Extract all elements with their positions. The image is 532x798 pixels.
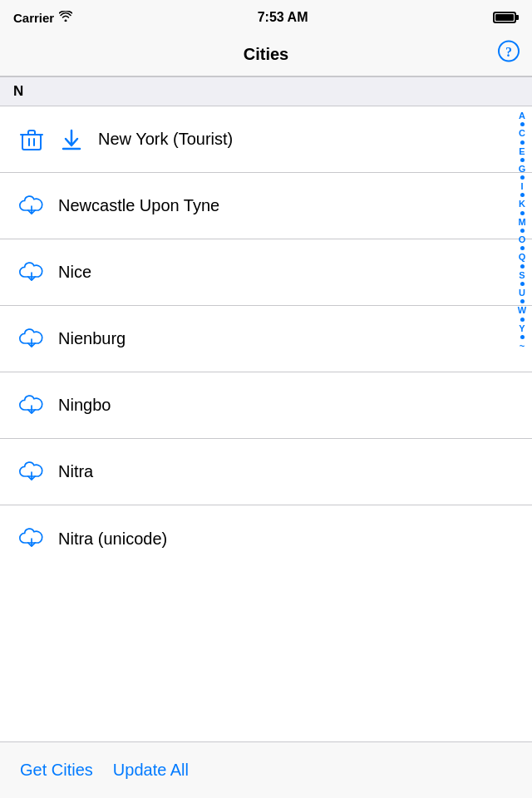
get-cities-button[interactable]: Get Cities xyxy=(20,761,93,780)
section-header-n: N xyxy=(0,76,532,106)
download-arrow-icon[interactable] xyxy=(53,127,90,152)
update-all-button[interactable]: Update All xyxy=(113,761,189,780)
cloud-download-icon[interactable] xyxy=(13,260,50,285)
footer: Get Cities Update All xyxy=(0,741,532,798)
alpha-dot xyxy=(520,229,525,233)
alpha-dot xyxy=(520,175,525,180)
alpha-E[interactable]: E xyxy=(519,145,525,157)
alpha-Q[interactable]: Q xyxy=(519,251,526,263)
alpha-dot xyxy=(520,282,525,286)
alpha-dot xyxy=(520,335,525,339)
city-name: Nitra (unicode) xyxy=(58,530,519,549)
list-item[interactable]: Nitra xyxy=(0,439,532,505)
carrier-text: Carrier xyxy=(13,11,54,25)
status-carrier: Carrier xyxy=(13,11,72,25)
delete-icon[interactable] xyxy=(13,127,50,152)
status-bar: Carrier 7:53 AM xyxy=(0,0,532,33)
alpha-M[interactable]: M xyxy=(518,216,525,228)
list-item[interactable]: Nienburg xyxy=(0,306,532,372)
cloud-download-icon[interactable] xyxy=(13,393,50,418)
alpha-dot xyxy=(520,318,525,322)
alpha-U[interactable]: U xyxy=(519,287,525,298)
alpha-W[interactable]: W xyxy=(518,304,526,316)
cloud-download-icon[interactable] xyxy=(13,526,50,551)
cloud-download-icon[interactable] xyxy=(13,327,50,352)
content-area: N New York (Tourist) xyxy=(0,76,532,741)
alpha-C[interactable]: C xyxy=(519,127,525,139)
list-item[interactable]: Nitra (unicode) xyxy=(0,505,532,572)
alpha-dot xyxy=(520,299,525,303)
alphabet-index[interactable]: A C E G I K M O Q S U W Y ~ xyxy=(512,106,532,741)
alpha-O[interactable]: O xyxy=(519,234,526,245)
alpha-S[interactable]: S xyxy=(519,269,525,281)
city-name: Ningbo xyxy=(58,396,519,415)
alpha-tilde[interactable]: ~ xyxy=(520,340,525,352)
battery-icon xyxy=(493,12,516,23)
battery-indicator xyxy=(493,12,519,23)
alpha-dot xyxy=(520,193,525,197)
alpha-dot xyxy=(520,264,525,268)
city-name: Nienburg xyxy=(58,329,519,348)
alpha-I[interactable]: I xyxy=(520,180,523,192)
cloud-download-icon[interactable] xyxy=(13,194,50,219)
cloud-download-icon[interactable] xyxy=(13,460,50,485)
list-item[interactable]: New York (Tourist) xyxy=(0,106,532,173)
alpha-dot xyxy=(520,140,525,145)
city-name: Nice xyxy=(58,263,519,282)
svg-text:?: ? xyxy=(505,44,512,58)
nav-bar: Cities ? xyxy=(0,33,532,76)
alpha-dot xyxy=(520,246,525,250)
alpha-A[interactable]: A xyxy=(519,110,525,121)
alpha-dot xyxy=(520,211,525,215)
city-name: New York (Tourist) xyxy=(98,130,519,149)
alpha-dot xyxy=(520,122,525,126)
city-name: Nitra xyxy=(58,462,519,481)
list-item[interactable]: Newcastle Upon Tyne xyxy=(0,173,532,239)
page-title: Cities xyxy=(244,45,288,64)
section-header-label: N xyxy=(13,83,23,100)
status-time: 7:53 AM xyxy=(258,10,308,25)
city-list: New York (Tourist) Newcastle Upon Tyne N… xyxy=(0,106,532,572)
svg-rect-1 xyxy=(22,135,41,150)
wifi-icon xyxy=(59,11,72,24)
alpha-dot xyxy=(520,158,525,162)
alpha-G[interactable]: G xyxy=(519,163,526,175)
help-button[interactable]: ? xyxy=(497,39,520,70)
list-item[interactable]: Nice xyxy=(0,239,532,306)
list-item[interactable]: Ningbo xyxy=(0,372,532,439)
city-name: Newcastle Upon Tyne xyxy=(58,196,519,215)
alpha-Y[interactable]: Y xyxy=(519,323,525,334)
alpha-K[interactable]: K xyxy=(519,198,525,209)
